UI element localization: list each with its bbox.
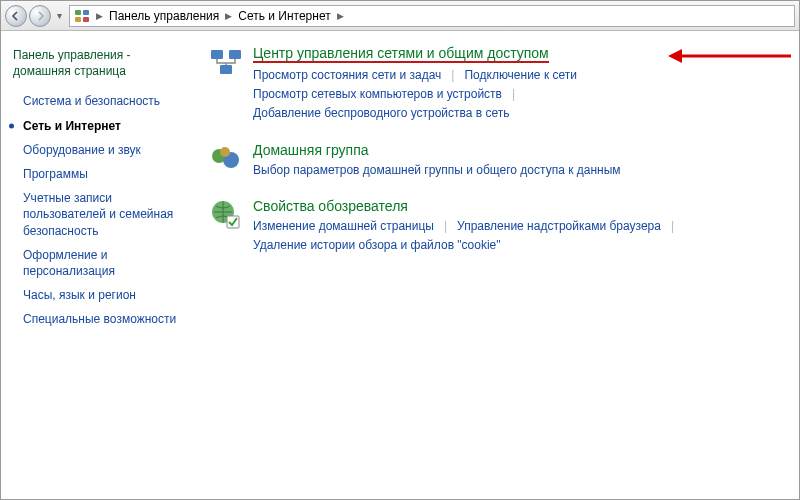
- chevron-right-icon: ▶: [335, 11, 346, 21]
- network-sharing-icon: [209, 45, 243, 79]
- link-connect-network[interactable]: Подключение к сети: [464, 66, 576, 85]
- internet-options-icon: [209, 198, 243, 232]
- sidebar-item-network-internet[interactable]: Сеть и Интернет: [13, 114, 179, 138]
- history-chevron-icon[interactable]: ▾: [53, 7, 65, 25]
- address-bar: ▾ ▶ Панель управления ▶ Сеть и Интернет …: [1, 1, 799, 31]
- svg-point-9: [220, 147, 230, 157]
- sidebar-item-accessibility[interactable]: Специальные возможности: [13, 307, 179, 331]
- section-homegroup: Домашняя группа Выбор параметров домашне…: [209, 142, 781, 180]
- link-add-wireless-device[interactable]: Добавление беспроводного устройства в се…: [253, 104, 510, 123]
- forward-button[interactable]: [29, 5, 51, 27]
- separator: |: [502, 85, 525, 104]
- link-homegroup-sharing-options[interactable]: Выбор параметров домашней группы и общег…: [253, 161, 621, 180]
- section-network-sharing: Центр управления сетями и общим доступом…: [209, 45, 781, 124]
- sidebar-item-hardware-sound[interactable]: Оборудование и звук: [13, 138, 179, 162]
- nav-buttons: ▾: [5, 5, 65, 27]
- chevron-right-icon: ▶: [94, 11, 105, 21]
- separator: |: [661, 217, 684, 236]
- section-title-homegroup[interactable]: Домашняя группа: [253, 142, 369, 158]
- chevron-right-icon: ▶: [223, 11, 234, 21]
- control-panel-icon: [74, 8, 90, 24]
- sidebar-category-list: Система и безопасность Сеть и Интернет О…: [13, 89, 179, 331]
- link-delete-history-cookies[interactable]: Удаление истории обзора и файлов "cookie…: [253, 236, 501, 255]
- link-manage-addons[interactable]: Управление надстройками браузера: [457, 217, 661, 236]
- crumb-current[interactable]: Сеть и Интернет: [238, 9, 330, 23]
- svg-rect-1: [83, 10, 89, 15]
- svg-rect-3: [83, 17, 89, 22]
- section-internet-options: Свойства обозревателя Изменение домашней…: [209, 198, 781, 255]
- separator: |: [441, 66, 464, 85]
- sidebar-item-system-security[interactable]: Система и безопасность: [13, 89, 179, 113]
- sidebar: Панель управления - домашняя страница Си…: [1, 31, 191, 499]
- section-title-network-sharing[interactable]: Центр управления сетями и общим доступом: [253, 45, 549, 63]
- link-view-network-status[interactable]: Просмотр состояния сети и задач: [253, 66, 441, 85]
- address-field[interactable]: ▶ Панель управления ▶ Сеть и Интернет ▶: [69, 5, 795, 27]
- sidebar-item-clock-language[interactable]: Часы, язык и регион: [13, 283, 179, 307]
- back-button[interactable]: [5, 5, 27, 27]
- section-title-internet-options[interactable]: Свойства обозревателя: [253, 198, 408, 214]
- control-panel-home-link[interactable]: Панель управления - домашняя страница: [13, 47, 179, 79]
- homegroup-icon: [209, 142, 243, 176]
- link-change-homepage[interactable]: Изменение домашней страницы: [253, 217, 434, 236]
- svg-rect-2: [75, 17, 81, 22]
- sidebar-item-programs[interactable]: Программы: [13, 162, 179, 186]
- svg-rect-6: [220, 65, 232, 74]
- svg-rect-5: [229, 50, 241, 59]
- crumb-root[interactable]: Панель управления: [109, 9, 219, 23]
- sidebar-item-user-accounts[interactable]: Учетные записи пользователей и семейная …: [13, 186, 179, 243]
- sidebar-item-appearance[interactable]: Оформление и персонализация: [13, 243, 179, 283]
- svg-rect-0: [75, 10, 81, 15]
- svg-rect-4: [211, 50, 223, 59]
- link-view-computers[interactable]: Просмотр сетевых компьютеров и устройств: [253, 85, 502, 104]
- main-panel: 4 Центр управления сетями и общим доступ…: [191, 31, 799, 499]
- separator: |: [434, 217, 457, 236]
